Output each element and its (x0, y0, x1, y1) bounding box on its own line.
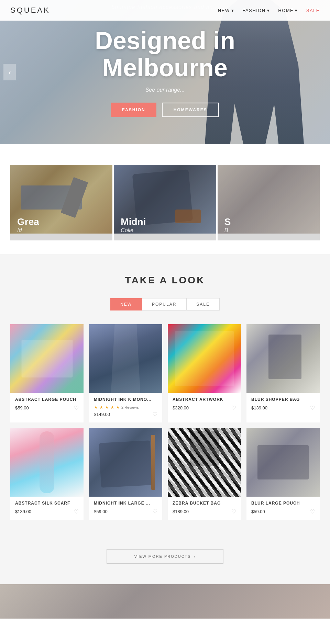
product-image-midnight-ink-large[interactable] (89, 428, 162, 497)
hero-buttons: FASHION HOMEWARES (82, 103, 248, 117)
product-price-row: $59.00 ♡ (15, 405, 79, 411)
collection-3-text: S B (224, 217, 231, 234)
filter-tab-sale[interactable]: SALE (186, 298, 220, 310)
product-card-midnight-ink-kimono: MIDNIGHT INK KIMONO... ★ ★ ★ ★ ★ 2 Revie… (89, 324, 162, 422)
product-image-blur-shopper-bag[interactable] (246, 324, 320, 393)
product-info-midnight-ink-kimono: MIDNIGHT INK KIMONO... ★ ★ ★ ★ ★ 2 Revie… (89, 393, 162, 422)
product-image-abstract-large-pouch[interactable] (10, 324, 84, 393)
collection-2-subtitle: Colle (121, 227, 146, 234)
product-price: $189.00 (173, 509, 189, 514)
collection-2-text: Midni Colle (121, 217, 146, 234)
filter-tab-new[interactable]: NEW (110, 298, 142, 310)
product-price-row: $139.00 ♡ (251, 405, 315, 411)
product-card-abstract-silk-scarf: ABSTRACT SILK SCARF $139.00 ♡ (10, 428, 84, 520)
wishlist-icon[interactable]: ♡ (153, 508, 157, 515)
product-price-row: $59.00 ♡ (251, 508, 315, 515)
collection-3-subtitle: B (224, 227, 231, 234)
product-card-abstract-artwork: ABSTRACT ARTWORK $320.00 ♡ (168, 324, 241, 422)
wishlist-icon[interactable]: ♡ (153, 411, 157, 418)
product-price: $139.00 (251, 405, 267, 410)
logo[interactable]: SQUEAK (10, 6, 50, 15)
fashion-button[interactable]: FASHION (111, 103, 156, 117)
review-count: 2 Reviews (121, 405, 139, 409)
collection-card-midnight[interactable]: Midni Colle (114, 165, 216, 240)
collection-card-summer[interactable]: S B (218, 165, 320, 240)
product-info-midnight-ink-large: MIDNIGHT INK LARGE ... $59.00 ♡ (89, 497, 162, 520)
product-image-abstract-silk-scarf[interactable] (10, 428, 84, 497)
view-more-arrow-icon: › (194, 554, 196, 558)
star-5: ★ (116, 405, 120, 410)
product-info-blur-large-pouch: BLUR LARGE POUCH $59.00 ♡ (246, 497, 320, 520)
product-card-abstract-large-pouch: ABSTRACT LARGE POUCH $59.00 ♡ (10, 324, 84, 422)
hero-prev-button[interactable]: ‹ (3, 64, 16, 80)
product-price-row: $149.00 ♡ (94, 411, 157, 418)
product-price: $320.00 (173, 405, 189, 410)
wishlist-icon[interactable]: ♡ (310, 405, 315, 411)
product-name: ABSTRACT SILK SCARF (15, 501, 79, 506)
product-info-abstract-artwork: ABSTRACT ARTWORK $320.00 ♡ (168, 393, 241, 416)
chevron-down-icon: ▾ (295, 8, 298, 13)
star-1: ★ (94, 405, 98, 410)
collection-1-subtitle: Id (17, 227, 39, 234)
product-card-midnight-ink-large: MIDNIGHT INK LARGE ... $59.00 ♡ (89, 428, 162, 520)
nav-item-fashion[interactable]: FASHION ▾ (242, 8, 270, 13)
product-price-row: $320.00 ♡ (173, 405, 236, 411)
product-info-abstract-silk-scarf: ABSTRACT SILK SCARF $139.00 ♡ (10, 497, 84, 520)
product-price: $59.00 (251, 509, 265, 514)
collection-card-gifts[interactable]: Grea Id (10, 165, 112, 240)
product-name: ABSTRACT ARTWORK (173, 397, 236, 402)
product-name: BLUR SHOPPER BAG (251, 397, 315, 402)
product-price: $139.00 (15, 509, 31, 514)
hero-content: Designed in Melbourne See our range... F… (82, 27, 248, 117)
product-info-abstract-large-pouch: ABSTRACT LARGE POUCH $59.00 ♡ (10, 393, 84, 416)
collection-2-title: Midni (121, 217, 146, 227)
collection-1-text: Grea Id (17, 217, 39, 234)
nav-item-new[interactable]: NEW ▾ (218, 8, 234, 13)
chevron-down-icon: ▾ (231, 8, 234, 13)
product-name: MIDNIGHT INK KIMONO... (94, 397, 157, 402)
product-info-blur-shopper-bag: BLUR SHOPPER BAG $139.00 ♡ (246, 393, 320, 416)
hero-subtitle: See our range... (82, 87, 248, 93)
product-image-zebra-bucket-bag[interactable] (168, 428, 241, 497)
section-title: TAKE A LOOK (10, 275, 320, 286)
product-price-row: $59.00 ♡ (94, 508, 157, 515)
homewares-button[interactable]: HOMEWARES (162, 103, 219, 117)
product-image-midnight-ink-kimono[interactable] (89, 324, 162, 393)
view-more-button[interactable]: VIEW MORE PRODUCTS › (107, 549, 224, 564)
product-name: MIDNIGHT INK LARGE ... (94, 501, 157, 506)
star-3: ★ (105, 405, 109, 410)
product-name: BLUR LARGE POUCH (251, 501, 315, 506)
product-price-row: $189.00 ♡ (173, 508, 236, 515)
hero-section: boutique fashion accessories and ho... D… (0, 0, 330, 144)
product-image-abstract-artwork[interactable] (168, 324, 241, 393)
product-price-row: $139.00 ♡ (15, 508, 79, 515)
view-more-section: VIEW MORE PRODUCTS › (0, 539, 330, 584)
product-card-zebra-bucket-bag: ZEBRA BUCKET BAG $189.00 ♡ (168, 428, 241, 520)
product-image-blur-large-pouch[interactable] (246, 428, 320, 497)
star-4: ★ (110, 405, 114, 410)
product-stars: ★ ★ ★ ★ ★ 2 Reviews (94, 405, 157, 410)
chevron-down-icon: ▾ (267, 8, 270, 13)
hero-title: Designed in Melbourne (82, 27, 248, 81)
wishlist-icon[interactable]: ♡ (231, 508, 236, 515)
filter-tabs: NEW POPULAR SALE (10, 298, 320, 310)
product-info-zebra-bucket-bag: ZEBRA BUCKET BAG $189.00 ♡ (168, 497, 241, 520)
nav-item-sale[interactable]: SALE (306, 8, 320, 13)
product-price: $59.00 (94, 509, 108, 514)
footer-preview (0, 584, 330, 619)
wishlist-icon[interactable]: ♡ (310, 508, 315, 515)
filter-tab-popular[interactable]: POPULAR (142, 298, 186, 310)
view-more-label: VIEW MORE PRODUCTS (134, 554, 191, 558)
wishlist-icon[interactable]: ♡ (231, 405, 236, 411)
product-card-blur-large-pouch: BLUR LARGE POUCH $59.00 ♡ (246, 428, 320, 520)
wishlist-icon[interactable]: ♡ (74, 405, 79, 411)
star-2: ★ (99, 405, 103, 410)
product-price: $149.00 (94, 412, 110, 417)
nav-item-home[interactable]: HOME ▾ (278, 8, 298, 13)
main-header: SQUEAK NEW ▾ FASHION ▾ HOME ▾ SALE (0, 0, 330, 21)
collection-1-title: Grea (17, 217, 39, 227)
wishlist-icon[interactable]: ♡ (74, 508, 79, 515)
collection-3-overlay (218, 165, 320, 240)
product-name: ABSTRACT LARGE POUCH (15, 397, 79, 402)
product-price: $59.00 (15, 405, 29, 410)
